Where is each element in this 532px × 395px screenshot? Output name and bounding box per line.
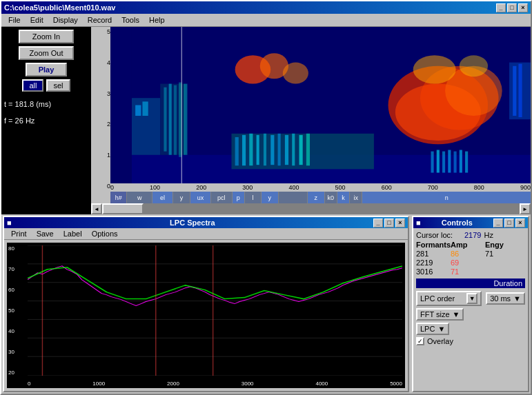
phoneme-blank (279, 192, 308, 203)
x-tick-0: 0 (110, 184, 114, 191)
x-tick-900: 900 (520, 184, 531, 191)
svg-rect-39 (448, 150, 451, 173)
main-window: C:\colea5\public\Msent010.wav _ □ × File… (0, 0, 532, 395)
svg-rect-22 (278, 134, 281, 165)
lpc-y-80: 80 (8, 245, 14, 252)
lpc-dropdown[interactable]: LPC ▼ (416, 323, 449, 335)
lpc-minimize[interactable]: _ (373, 219, 383, 227)
lpc-menu-save[interactable]: Save (32, 229, 58, 239)
phoneme-k0: k0 (325, 192, 337, 203)
fft-size-arrow[interactable]: ▼ (453, 310, 460, 318)
lpc-order-value: 30 ms (490, 294, 511, 303)
menu-tools[interactable]: Tools (117, 15, 144, 25)
horizontal-scrollbar[interactable]: ◄ ► (91, 203, 531, 214)
play-sel-button[interactable]: sel (46, 79, 70, 92)
lpc-order-value-arrow[interactable]: ▼ (513, 294, 521, 303)
scroll-right-button[interactable]: ► (520, 203, 531, 214)
controls-close[interactable]: × (515, 219, 525, 227)
phoneme-w: w (127, 192, 152, 203)
phoneme-n: n (362, 192, 531, 203)
cursor-loc-unit: Hz (484, 231, 493, 239)
scroll-track[interactable] (102, 203, 520, 214)
time-display: t = 181.8 (ms) (4, 100, 51, 108)
controls-maximize[interactable]: □ (504, 219, 514, 227)
lpc-order-value-dropdown[interactable]: 30 ms ▼ (486, 292, 525, 305)
lpc-menu-options[interactable]: Options (88, 229, 122, 239)
maximize-button[interactable]: □ (507, 3, 517, 12)
phoneme-z: z (308, 192, 324, 203)
scroll-thumb[interactable] (102, 203, 144, 214)
freq-display: f = 26 Hz (4, 117, 35, 125)
svg-rect-4 (135, 105, 141, 116)
cursor-loc-value: 2179 (464, 231, 481, 239)
svg-rect-41 (460, 150, 462, 173)
lpc-x-5000: 5000 (390, 381, 402, 387)
svg-rect-17 (242, 135, 246, 165)
formant-1-engy: 71 (485, 250, 493, 258)
svg-rect-42 (465, 152, 468, 173)
lpc-title-icon: ■ (7, 219, 12, 227)
phoneme-y1: y (173, 192, 190, 203)
svg-rect-25 (299, 135, 303, 165)
amp-label: Amp (451, 241, 485, 249)
spectrogram-canvas[interactable] (110, 27, 531, 183)
fft-size-row: FFT size ▼ (416, 308, 525, 321)
lpc-x-axis: 0 1000 2000 3000 4000 5000 (28, 381, 402, 387)
lpc-y-70: 70 (8, 266, 14, 272)
lpc-menu-label[interactable]: Label (59, 229, 86, 239)
svg-rect-24 (292, 134, 295, 165)
lpc-svg-container (28, 245, 402, 376)
phoneme-ix: ix (350, 192, 362, 203)
phoneme-bar: h# w el y ux pcl p l y z k0 k ix (110, 192, 531, 203)
svg-rect-23 (285, 135, 288, 165)
svg-rect-19 (257, 135, 259, 165)
phoneme-pcl: pcl (211, 192, 232, 203)
svg-rect-37 (437, 150, 440, 173)
x-tick-700: 700 (428, 184, 438, 191)
lpc-maximize[interactable]: □ (384, 219, 394, 227)
scroll-left-button[interactable]: ◄ (91, 203, 102, 214)
fft-size-dropdown[interactable]: FFT size ▼ (416, 308, 464, 321)
overlay-checkbox[interactable]: ✓ (416, 337, 424, 345)
formant-2-freq: 2219 (416, 259, 451, 267)
lpc-y-30: 30 (8, 349, 14, 355)
bottom-section: ■ LPC Spectra _ □ × Print Save Label Opt… (1, 214, 531, 394)
lpc-order-row: LPC order ▼ 30 ms ▼ (416, 291, 525, 306)
menu-help[interactable]: Help (145, 15, 169, 25)
x-tick-100: 100 (150, 184, 160, 191)
menu-display[interactable]: Display (49, 15, 82, 25)
menu-edit[interactable]: Edit (26, 15, 48, 25)
lpc-close[interactable]: × (395, 219, 405, 227)
close-button[interactable]: × (518, 3, 528, 12)
controls-title-bar: ■ Controls _ □ × (413, 217, 528, 228)
menu-record[interactable]: Record (83, 15, 116, 25)
zoom-in-button[interactable]: Zoom In (19, 30, 74, 43)
svg-rect-34 (513, 66, 516, 116)
lpc-plot[interactable]: 80 70 60 50 40 30 20 Magnitude (dB) (7, 243, 405, 388)
controls-minimize[interactable]: _ (493, 219, 503, 227)
zoom-out-button[interactable]: Zoom Out (19, 46, 74, 60)
svg-rect-36 (431, 152, 433, 173)
lpc-menu-print[interactable]: Print (7, 229, 31, 239)
lpc-order-arrow[interactable]: ▼ (466, 293, 477, 304)
x-tick-400: 400 (288, 184, 299, 191)
title-bar: C:\colea5\public\Msent010.wav _ □ × (1, 1, 531, 14)
play-all-button[interactable]: all (22, 79, 43, 92)
lpc-svg (28, 245, 402, 376)
x-tick-800: 800 (474, 184, 484, 191)
minimize-button[interactable]: _ (496, 3, 506, 12)
lpc-x-3000: 3000 (242, 381, 254, 387)
menu-file[interactable]: File (4, 15, 25, 25)
phoneme-p: p (233, 192, 245, 203)
lpc-x-0: 0 (28, 381, 30, 387)
svg-rect-2 (110, 27, 132, 183)
lpc-order-dropdown[interactable]: LPC order ▼ (416, 291, 482, 306)
phoneme-el: el (152, 192, 173, 203)
play-button[interactable]: Play (26, 63, 67, 77)
spectrogram-area: 5 4 3 2 1 0 (91, 27, 531, 214)
svg-rect-21 (270, 135, 274, 165)
cursor-loc-row: Cursor loc: 2179 Hz (416, 231, 525, 239)
formant-row-3: 3016 71 (416, 267, 525, 276)
lpc-arrow[interactable]: ▼ (437, 325, 445, 333)
lpc-title-buttons: _ □ × (373, 219, 405, 227)
